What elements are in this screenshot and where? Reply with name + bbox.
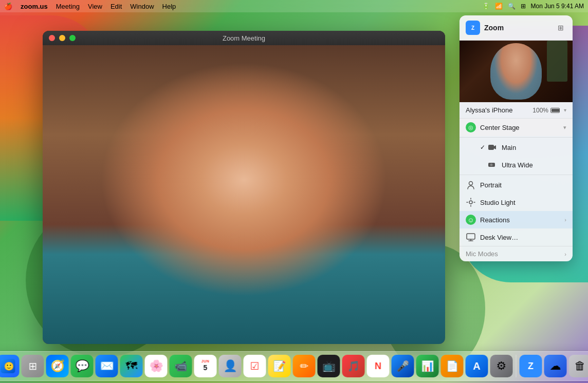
mic-modes-chevron-icon: ›	[564, 251, 566, 257]
svg-point-3	[490, 164, 493, 166]
dock-music[interactable]: 🎵	[342, 355, 365, 377]
close-button[interactable]	[49, 35, 55, 41]
dock-cloudflare[interactable]: ☁	[544, 355, 567, 377]
svg-rect-10	[467, 234, 475, 239]
menubar-left: 🍎 zoom.us Meeting View Edit Window Help	[4, 3, 176, 10]
dock-contacts[interactable]: 👤	[219, 355, 242, 377]
battery-fill	[552, 109, 559, 112]
menu-item-desk-view[interactable]: Desk View…	[460, 228, 573, 246]
menubar-help[interactable]: Help	[162, 3, 176, 10]
device-row[interactable]: Alyssa's iPhone 100% ▾	[460, 102, 573, 119]
zoom-panel-grid-button[interactable]: ⊞	[555, 22, 566, 33]
dock-facetime[interactable]: 📹	[170, 355, 192, 377]
zoom-panel-header: Z Zoom ⊞	[460, 15, 573, 41]
zoom-panel: Z Zoom ⊞ Alyssa's iPhone 100% ▾ ◎ Center…	[460, 15, 573, 261]
menu-item-studio-light[interactable]: Studio Light	[460, 194, 573, 211]
menu-reactions-label: Reactions	[480, 216, 564, 224]
dock-safari[interactable]: 🧭	[46, 355, 69, 377]
zoom-panel-title: Zoom	[484, 24, 555, 32]
menubar-view[interactable]: View	[88, 3, 102, 10]
center-stage-row[interactable]: ◎ Center Stage ▾	[460, 119, 573, 136]
svg-rect-0	[488, 145, 494, 150]
center-stage-chevron: ▾	[563, 124, 566, 131]
svg-point-4	[469, 182, 473, 185]
menu-item-main[interactable]: ✓ Main	[460, 139, 573, 156]
menu-ultrawide-label: Ultra Wide	[502, 161, 566, 169]
menubar-search-icon[interactable]: 🔍	[508, 3, 516, 10]
camera-icon	[487, 142, 498, 152]
portrait-icon	[466, 180, 476, 190]
video-person	[43, 45, 445, 344]
zoom-window-title: Zoom Meeting	[223, 34, 265, 42]
calendar-date: 5	[204, 364, 208, 371]
preview-plant	[547, 41, 567, 82]
window-controls[interactable]	[49, 35, 76, 41]
reactions-chevron-icon: ›	[564, 217, 566, 223]
dock-notes[interactable]: 📝	[268, 355, 291, 377]
menu-portrait-label: Portrait	[480, 181, 566, 189]
reactions-icon: ☺	[466, 215, 476, 225]
calendar-month: JUN	[201, 359, 210, 363]
dock: 🙂 ⊞ 🧭 💬 ✉️ 🗺 🌸 📹 JUN	[0, 351, 588, 381]
dock-calendar[interactable]: JUN 5	[194, 355, 217, 377]
dock-news[interactable]: N	[367, 355, 390, 377]
dock-trash[interactable]: 🗑	[569, 355, 589, 377]
chevron-down-icon: ▾	[564, 107, 566, 113]
center-stage-label: Center Stage	[480, 124, 563, 131]
dock-reminders[interactable]: ☑	[244, 355, 266, 377]
dock-maps[interactable]: 🗺	[120, 355, 143, 377]
dock-appstore[interactable]: A	[466, 355, 488, 377]
dock-keynote[interactable]: 🎤	[392, 355, 414, 377]
dock-zoom[interactable]: Z	[520, 355, 542, 377]
svg-point-5	[469, 201, 472, 204]
svg-text:🙂: 🙂	[4, 361, 14, 371]
desktop: 🍎 zoom.us Meeting View Edit Window Help …	[0, 0, 588, 383]
menu-desk-view-label: Desk View…	[480, 234, 566, 241]
menu-main-label: Main	[502, 144, 566, 151]
menubar: 🍎 zoom.us Meeting View Edit Window Help …	[0, 0, 588, 12]
menubar-wifi-icon: 📶	[495, 3, 503, 10]
zoom-logo-icon: Z	[466, 21, 480, 35]
dock-numbers[interactable]: 📊	[416, 355, 439, 377]
camera-wide-icon	[487, 160, 498, 170]
menu-separator	[460, 137, 573, 138]
menubar-meeting[interactable]: Meeting	[56, 3, 80, 10]
dock-freeform[interactable]: ✏	[293, 355, 316, 377]
svg-marker-1	[494, 145, 496, 149]
dock-finder[interactable]: 🙂	[0, 355, 20, 377]
zoom-video-content	[43, 45, 445, 344]
zoom-meeting-window: Zoom Meeting	[43, 31, 445, 344]
menu-item-ultrawide[interactable]: Ultra Wide	[460, 156, 573, 174]
dock-mail[interactable]: ✉️	[96, 355, 118, 377]
apple-menu[interactable]: 🍎	[4, 3, 12, 10]
desk-icon	[466, 232, 476, 242]
dock-system-settings[interactable]: ⚙	[490, 355, 513, 377]
dock-photos[interactable]: 🌸	[145, 355, 168, 377]
center-stage-icon: ◎	[466, 122, 476, 132]
zoom-titlebar: Zoom Meeting	[43, 31, 445, 45]
preview-person-silhouette	[490, 43, 542, 100]
battery-info: 100% ▾	[532, 107, 566, 114]
dock-appletv[interactable]: 📺	[318, 355, 340, 377]
menu-item-portrait[interactable]: Portrait	[460, 176, 573, 194]
dock-pages[interactable]: 📄	[441, 355, 464, 377]
menubar-window[interactable]: Window	[130, 3, 154, 10]
camera-preview	[460, 41, 573, 102]
menubar-app-name[interactable]: zoom.us	[21, 3, 48, 10]
menu-studio-light-label: Studio Light	[480, 199, 566, 206]
menubar-edit[interactable]: Edit	[111, 3, 122, 10]
dock-separator	[516, 355, 517, 377]
battery-icon	[550, 108, 560, 113]
menubar-control-center[interactable]: ⊞	[521, 3, 526, 10]
device-name: Alyssa's iPhone	[466, 106, 532, 114]
minimize-button[interactable]	[59, 35, 65, 41]
dock-messages[interactable]: 💬	[71, 355, 94, 377]
menubar-right: 🔋 📶 🔍 ⊞ Mon Jun 5 9:41 AM	[482, 3, 584, 10]
menubar-time: Mon Jun 5 9:41 AM	[531, 3, 584, 10]
mic-modes-row[interactable]: Mic Modes ›	[460, 246, 573, 261]
menu-separator-2	[460, 175, 573, 175]
light-icon	[466, 197, 476, 207]
maximize-button[interactable]	[69, 35, 76, 41]
dock-launchpad[interactable]: ⊞	[22, 355, 44, 377]
menu-item-reactions[interactable]: ☺ Reactions ›	[460, 211, 573, 228]
